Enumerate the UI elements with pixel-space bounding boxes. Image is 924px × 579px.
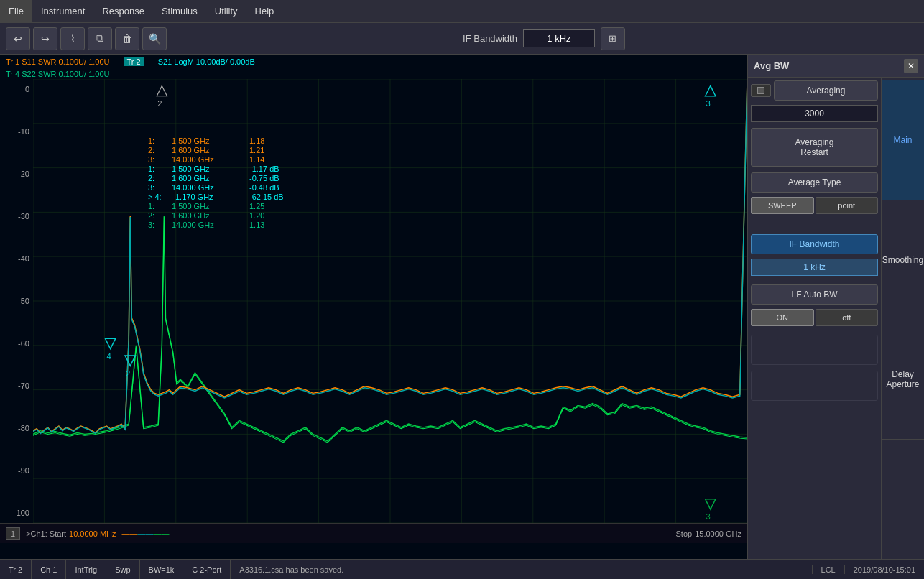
menu-file[interactable]: File [0, 0, 32, 23]
panel-header: Avg BW ✕ [748, 55, 924, 78]
marker-3-bottom [706, 499, 716, 509]
menu-instrument[interactable]: Instrument [32, 0, 93, 23]
undo-button[interactable]: ↩ [6, 27, 30, 50]
main-area: Tr 1 S11 SWR 0.100U/ 1.00U Tr 2 S21 LogM… [0, 55, 924, 559]
grid-button[interactable]: ⊞ [601, 27, 625, 50]
trace4-label-row: Tr 4 S22 SWR 0.100U/ 1.00U [0, 69, 747, 79]
panel-title: Avg BW [754, 60, 789, 71]
lf-auto-bw-button[interactable]: LF Auto BW [751, 284, 878, 305]
averaging-row: Averaging [751, 80, 878, 101]
marker-3-bottom-label: 3 [706, 513, 711, 522]
start-freq-value: 10.0000 MHz [69, 529, 116, 538]
averaging-restart-button[interactable]: AveragingRestart [751, 128, 878, 167]
menu-response[interactable]: Response [93, 0, 153, 23]
y-80: -80 [0, 424, 32, 432]
trace1-label: Tr 1 S11 SWR 0.100U/ 1.00U [6, 57, 110, 66]
trace-button[interactable]: ⌇ [60, 27, 85, 50]
empty-btn-2[interactable] [751, 371, 878, 401]
status-bw[interactable]: BW=1k [140, 560, 184, 579]
channel-num-badge: 1 [6, 527, 20, 540]
trace-line-indicator: —— [122, 529, 138, 538]
trace2-label-desc: S21 LogM 10.00dB/ 0.00dB [158, 57, 255, 66]
averaging-toggle[interactable] [751, 84, 771, 97]
trace4-label: Tr 4 S22 SWR 0.100U/ 1.00U [6, 70, 110, 78]
panel-close-button[interactable]: ✕ [904, 59, 918, 73]
status-ch1[interactable]: Ch 1 [32, 560, 66, 579]
panel-tab-main[interactable]: Main [882, 80, 924, 200]
status-tr2[interactable]: Tr 2 [0, 560, 32, 579]
menu-help[interactable]: Help [246, 0, 283, 23]
chart-plot-area: 2 4 3 3 2 1: [33, 79, 747, 523]
redo-button[interactable]: ↪ [33, 27, 57, 50]
lf-on-button[interactable]: ON [751, 309, 814, 326]
if-bandwidth-panel-value[interactable]: 1 kHz [751, 259, 878, 276]
status-lcl: LCL [812, 565, 844, 574]
chart-bottom-bar: 1 >Ch1: Start 10.0000 MHz —— —— —— Stop … [0, 523, 747, 543]
stop-freq-value: 15.0000 GHz [695, 529, 741, 538]
averaging-value[interactable]: 3000 [751, 105, 878, 122]
y-50: -50 [0, 297, 32, 305]
trace2-label-badge: Tr 2 [124, 57, 144, 66]
stop-label: Stop [676, 529, 693, 538]
if-bandwidth-input[interactable] [523, 29, 595, 47]
trace-line-indicator3: —— [154, 529, 170, 538]
delete-button[interactable]: 🗑 [115, 27, 139, 50]
chart-container: Tr 1 S11 SWR 0.100U/ 1.00U Tr 2 S21 LogM… [0, 55, 748, 559]
y-90: -90 [0, 466, 32, 475]
marker-3-top-right [706, 86, 716, 96]
toolbar-center: IF Bandwidth ⊞ [170, 27, 918, 50]
lf-row: ON off [751, 309, 878, 326]
status-port[interactable]: C 2-Port [183, 560, 231, 579]
marker-2-top-label: 2 [157, 99, 162, 108]
marker-2-top [157, 86, 167, 96]
if-bandwidth-panel-button[interactable]: IF Bandwidth [751, 234, 878, 254]
panel-tab-smoothing[interactable]: Smoothing [882, 200, 924, 320]
spacer1 [751, 217, 878, 231]
point-button[interactable]: point [816, 197, 879, 214]
panel-columns: Averaging 3000 AveragingRestart Average … [748, 78, 924, 559]
menu-bar: File Instrument Response Stimulus Utilit… [0, 0, 924, 23]
status-bar: Tr 2 Ch 1 IntTrig Swp BW=1k C 2-Port A33… [0, 559, 924, 579]
y-0: 0 [0, 85, 32, 93]
chart-svg: 2 4 3 3 2 [33, 79, 747, 523]
right-panel: Avg BW ✕ Averaging 3000 AveragingRestart… [748, 55, 924, 559]
y-70: -70 [0, 381, 32, 390]
ch-start-label: >Ch1: Start [26, 529, 66, 538]
status-swp[interactable]: Swp [106, 560, 139, 579]
zoom-button[interactable]: 🔍 [142, 27, 167, 50]
status-datetime: 2019/08/10-15:01 [844, 565, 924, 574]
y-30: -30 [0, 212, 32, 221]
y-60: -60 [0, 339, 32, 348]
marker-3-right-label: 3 [706, 99, 711, 108]
average-type-button[interactable]: Average Type [751, 172, 878, 193]
sweep-button[interactable]: SWEEP [751, 197, 814, 214]
lf-off-button[interactable]: off [816, 309, 879, 326]
toolbar: ↩ ↪ ⌇ ⧉ 🗑 🔍 IF Bandwidth ⊞ [0, 23, 924, 55]
y-axis: 0 -10 -20 -30 -40 -50 -60 -70 -80 -90 -1… [0, 79, 32, 523]
y-10: -10 [0, 127, 32, 136]
if-bandwidth-label: IF Bandwidth [463, 33, 517, 44]
averaging-button[interactable]: Averaging [774, 80, 878, 101]
marker-2-label: 2 [126, 369, 130, 378]
status-inttrig[interactable]: IntTrig [66, 560, 106, 579]
empty-btn-1[interactable] [751, 335, 878, 365]
sweep-point-row: SWEEP point [751, 197, 878, 214]
panel-right-col: Main Smoothing Delay Aperture [881, 78, 924, 559]
y-20: -20 [0, 170, 32, 178]
y-100: -100 [0, 509, 32, 517]
chart-header: Tr 1 S11 SWR 0.100U/ 1.00U Tr 2 S21 LogM… [0, 55, 747, 69]
copy-button[interactable]: ⧉ [88, 27, 112, 50]
chart-body: 0 -10 -20 -30 -40 -50 -60 -70 -80 -90 -1… [0, 79, 747, 543]
right-spacer [882, 440, 924, 556]
status-message: A3316.1.csa has been saved. [231, 565, 811, 574]
trace-line-indicator2: —— [138, 529, 154, 538]
marker-4-label: 4 [106, 352, 111, 361]
marker-4 [105, 338, 115, 348]
menu-stimulus[interactable]: Stimulus [153, 0, 206, 23]
panel-tab-delay-aperture[interactable]: Delay Aperture [882, 320, 924, 440]
y-40: -40 [0, 254, 32, 263]
menu-utility[interactable]: Utility [206, 0, 246, 23]
panel-left-col: Averaging 3000 AveragingRestart Average … [748, 78, 881, 559]
